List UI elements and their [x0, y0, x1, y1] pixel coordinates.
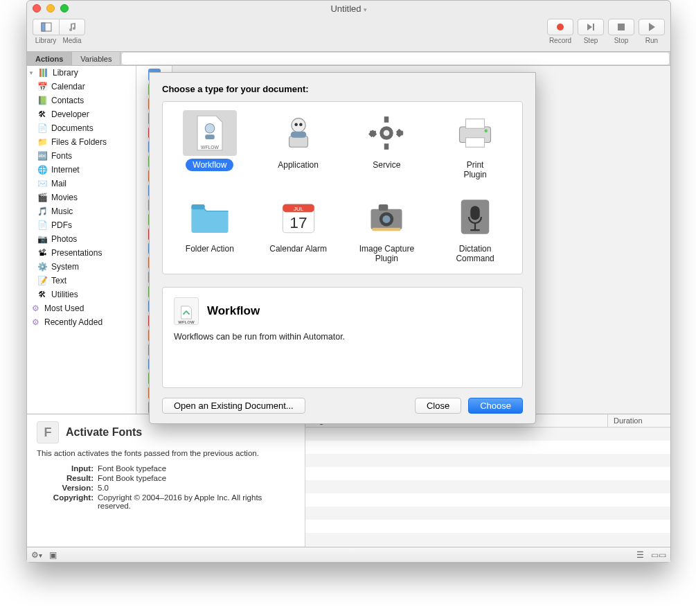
duration-column[interactable]: Duration: [608, 414, 670, 427]
step-button[interactable]: Step: [578, 19, 604, 44]
sidebar-item-calendar[interactable]: 📅Calendar: [27, 80, 136, 94]
smart-folder-icon: ⚙︎: [30, 317, 41, 328]
maximize-window-button[interactable]: [60, 4, 69, 12]
svg-point-36: [383, 215, 391, 223]
sidebar-smart-most-used[interactable]: ⚙︎Most Used: [27, 301, 136, 315]
svg-rect-40: [474, 223, 476, 229]
type-application[interactable]: Application: [257, 110, 340, 182]
open-existing-button[interactable]: Open an Existing Document...: [162, 398, 305, 414]
bottom-panels: F Activate Fonts This action activates t…: [27, 414, 670, 547]
camera-icon: [359, 194, 413, 240]
window-title-text: Untitled: [330, 3, 361, 14]
sidebar-item-label: Files & Folders: [51, 137, 107, 147]
play-icon: [646, 21, 657, 33]
robot-icon: [271, 110, 325, 156]
toolbar: Library Media Record Step Stop Run: [27, 16, 670, 52]
toolbar-left-group: Library Media: [33, 19, 85, 44]
type-image-capture-plugin[interactable]: Image CapturePlugin: [346, 194, 429, 265]
toolbar-right-group: Record Step Stop Run: [547, 19, 665, 44]
info-key: Version:: [37, 484, 98, 492]
type-workflow[interactable]: WFLOWWorkflow: [168, 110, 251, 182]
svg-rect-5: [45, 69, 47, 77]
sidebar-item-movies[interactable]: 🎬Movies: [27, 191, 136, 204]
sidebar-item-developer[interactable]: 🛠Developer: [27, 107, 136, 121]
sidebar-smart-recently-added[interactable]: ⚙︎Recently Added: [27, 315, 136, 329]
traffic-lights: [33, 4, 69, 12]
library-toggle-button[interactable]: Library: [33, 19, 59, 44]
sidebar-item-mail[interactable]: ✉️Mail: [27, 177, 136, 191]
category-icon: 🔤: [37, 150, 48, 161]
svg-rect-1: [42, 23, 45, 31]
record-button[interactable]: Record: [547, 19, 573, 44]
titlebar: Untitled▾: [27, 1, 670, 16]
gear-menu-icon[interactable]: ⚙︎▾: [31, 550, 42, 560]
font-icon: F: [37, 421, 59, 443]
sidebar-item-fonts[interactable]: 🔤Fonts: [27, 149, 136, 163]
svg-rect-15: [384, 116, 389, 123]
disclosure-triangle-icon[interactable]: ▼: [28, 70, 35, 76]
type-label: Service: [366, 159, 407, 171]
type-dictation-command[interactable]: DictationCommand: [434, 194, 517, 265]
type-folder-action[interactable]: Folder Action: [168, 194, 251, 265]
category-icon: 📗: [37, 95, 48, 106]
svg-rect-34: [379, 204, 389, 211]
chevron-down-icon[interactable]: ▾: [364, 6, 367, 13]
sheet-buttons: Open an Existing Document... Close Choos…: [162, 398, 523, 414]
choose-button[interactable]: Choose: [468, 398, 523, 414]
close-button[interactable]: Close: [415, 398, 461, 414]
workflow-doc-icon: WFLOW: [174, 297, 199, 325]
sidebar-item-music[interactable]: 🎵Music: [27, 204, 136, 218]
sidebar-item-label: Utilities: [51, 290, 78, 299]
sidebar-item-contacts[interactable]: 📗Contacts: [27, 94, 136, 107]
step-icon: [585, 21, 596, 33]
svg-text:17: 17: [289, 213, 307, 231]
category-icon: 🎵: [37, 206, 48, 217]
list-view-icon[interactable]: ☰: [636, 550, 644, 560]
info-row: Version:5.0: [37, 484, 295, 492]
category-icon: ✉️: [37, 178, 48, 189]
sidebar-item-files-folders[interactable]: 📁Files & Folders: [27, 135, 136, 149]
info-value: Font Book typeface: [98, 464, 295, 473]
sidebar-item-internet[interactable]: 🌐Internet: [27, 163, 136, 177]
info-key: Input:: [37, 464, 98, 473]
search-field[interactable]: [122, 53, 669, 64]
category-icon: 📄: [37, 220, 48, 231]
status-bar: ⚙︎▾ ▣ ☰ ▭▭: [27, 547, 670, 562]
sidebar-item-utilities[interactable]: 🛠Utilities: [27, 288, 136, 301]
variables-tab[interactable]: Variables: [72, 52, 121, 65]
flow-view-icon[interactable]: ▭▭: [651, 550, 666, 560]
info-title-text: Activate Fonts: [66, 426, 142, 439]
media-button[interactable]: Media: [59, 19, 85, 44]
svg-rect-7: [205, 134, 215, 139]
svg-point-11: [294, 123, 298, 126]
sidebar-item-label: PDFs: [51, 220, 72, 230]
sidebar-item-photos[interactable]: 📷Photos: [27, 232, 136, 246]
close-window-button[interactable]: [33, 4, 41, 12]
actions-tab[interactable]: Actions: [27, 52, 72, 65]
type-calendar-alarm[interactable]: JUL17Calendar Alarm: [257, 194, 340, 265]
sidebar-item-text[interactable]: 📝Text: [27, 274, 136, 288]
svg-point-6: [205, 124, 215, 134]
sidebar-item-presentations[interactable]: 📽Presentations: [27, 246, 136, 260]
category-icon: 📽: [37, 247, 48, 258]
sidebar-item-pdfs[interactable]: 📄PDFs: [27, 218, 136, 232]
run-button[interactable]: Run: [639, 19, 665, 44]
sidebar-item-system[interactable]: ⚙️System: [27, 260, 136, 274]
sidebar-item-label: Movies: [51, 193, 78, 202]
svg-rect-26: [466, 138, 485, 148]
svg-rect-39: [470, 206, 480, 220]
sidebar-item-documents[interactable]: 📄Documents: [27, 121, 136, 135]
type-service[interactable]: Service: [346, 110, 429, 182]
stop-label: Stop: [614, 37, 629, 44]
sidebar-item-label: Fonts: [51, 151, 72, 161]
sidebar-item-label: Recently Added: [44, 317, 102, 327]
sidebar-root-library[interactable]: ▼ Library: [27, 66, 136, 80]
variables-toggle-icon[interactable]: ▣: [49, 550, 57, 560]
stop-button[interactable]: Stop: [608, 19, 634, 44]
type-print-plugin[interactable]: PrintPlugin: [434, 110, 517, 182]
sidebar-item-label: Internet: [51, 165, 80, 175]
minimize-window-button[interactable]: [46, 4, 55, 12]
library-sidebar: ▼ Library 📅Calendar📗Contacts🛠Developer📄D…: [27, 66, 136, 414]
category-icon: 🌐: [37, 164, 48, 175]
log-rows: [305, 428, 670, 547]
